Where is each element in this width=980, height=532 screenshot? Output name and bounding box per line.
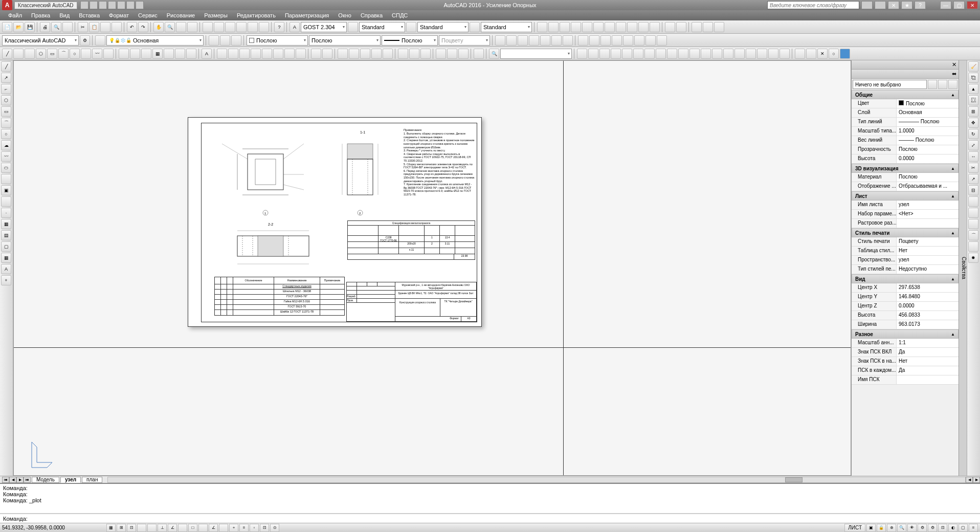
lineweight-combo[interactable]: Послою — [382, 35, 438, 46]
prop-section-misc[interactable]: Разное▲ — [852, 329, 959, 339]
workspace-settings-btn[interactable]: ⚙ — [80, 35, 90, 46]
modify-join-btn[interactable] — [968, 208, 978, 218]
subtract-btn[interactable] — [409, 49, 419, 59]
dim-baseline-btn[interactable] — [638, 22, 649, 32]
ucs-btn[interactable] — [474, 49, 484, 59]
sweep-btn[interactable] — [360, 49, 370, 59]
properties-title-tab[interactable]: Свойства — [959, 60, 967, 476]
tab-last-btn[interactable]: ⏭ — [24, 477, 31, 483]
modify-blend-btn[interactable] — [968, 241, 978, 252]
layer-prev-btn[interactable] — [220, 35, 230, 46]
draw-rect-v-btn[interactable]: ▭ — [1, 106, 11, 117]
point-v-btn[interactable]: · — [1, 208, 11, 218]
help-btn[interactable]: ? — [915, 1, 926, 9]
osnap-endpoint-btn[interactable] — [495, 35, 505, 46]
region-btn[interactable] — [175, 49, 185, 59]
mlstyle-combo[interactable]: Standard — [481, 22, 532, 32]
gradient-btn[interactable] — [164, 49, 174, 59]
mtext-v-btn[interactable]: A — [1, 264, 11, 274]
menu-insert[interactable]: Вставка — [75, 11, 104, 19]
3d-move-btn[interactable] — [436, 49, 446, 59]
open-btn[interactable]: 📂 — [13, 22, 24, 32]
textstyle-btn[interactable]: A — [289, 22, 300, 32]
markup-btn[interactable] — [248, 22, 258, 32]
scroll-left-btn[interactable]: ◀ — [966, 477, 973, 483]
new-btn[interactable]: 📄 — [2, 22, 12, 32]
publish-btn[interactable] — [62, 22, 73, 32]
properties-close-btn[interactable]: ✕ — [952, 61, 956, 68]
modify-mirror-btn[interactable]: ▲ — [968, 84, 978, 94]
status-snap-btn[interactable]: ⊡ — [127, 524, 136, 532]
draw-xline-v-btn[interactable]: ↗ — [1, 73, 11, 83]
status-autoscale-btn[interactable]: ⚙ — [918, 524, 927, 532]
cut-btn[interactable]: ✂ — [78, 22, 88, 32]
status-otrack-btn[interactable]: ∠ — [209, 524, 218, 532]
hatch-v-btn[interactable]: ▦ — [1, 219, 11, 229]
draw-arc-v-btn[interactable]: ⌒ — [1, 118, 11, 128]
layout-tab-plan[interactable]: план — [82, 477, 102, 483]
menu-format[interactable]: Формат — [105, 11, 133, 19]
solidedit-body-btn[interactable] — [723, 49, 733, 59]
draw-circle-v-btn[interactable]: ○ — [1, 129, 11, 139]
solidedit-delete-btn[interactable] — [667, 49, 677, 59]
solidedit-offset-btn[interactable] — [656, 49, 666, 59]
3d-align-btn[interactable] — [458, 49, 469, 59]
dim-diameter-btn[interactable] — [605, 22, 615, 32]
status-ducs-btn[interactable] — [219, 524, 228, 532]
redo-btn[interactable]: ↷ — [138, 22, 148, 32]
presspull-btn[interactable] — [349, 49, 359, 59]
status-osnap-btn[interactable]: □ — [188, 524, 197, 532]
menu-modify[interactable]: Редактировать — [233, 11, 280, 19]
qat-save-icon[interactable] — [99, 1, 107, 9]
draw-revcloud-v-btn[interactable]: ☁ — [1, 140, 11, 150]
region-v-btn[interactable]: ▢ — [1, 241, 11, 252]
draw-rectangle-btn[interactable]: ▭ — [47, 49, 57, 59]
tab-prev-btn[interactable]: ◀ — [9, 477, 16, 483]
modify-rotate-btn[interactable]: ↻ — [968, 129, 978, 139]
union-btn[interactable] — [398, 49, 408, 59]
box-btn[interactable] — [228, 49, 238, 59]
app-logo[interactable]: A — [2, 0, 12, 10]
dim-ordinate-btn[interactable] — [571, 22, 581, 32]
dim-arc-btn[interactable] — [560, 22, 570, 32]
osnap-nearest-btn[interactable] — [634, 35, 644, 46]
match-prop-btn[interactable] — [112, 22, 122, 32]
osnap-none-btn[interactable] — [645, 35, 656, 46]
minimize-btn[interactable]: — — [940, 1, 951, 9]
dim-aligned-btn[interactable] — [548, 22, 559, 32]
osnap-center-btn[interactable] — [551, 35, 562, 46]
modify-chamfer-btn[interactable] — [968, 219, 978, 229]
draw-revcloud-btn[interactable] — [81, 49, 91, 59]
tolerance-btn[interactable] — [692, 22, 702, 32]
status-lwt-btn[interactable]: ≡ — [239, 524, 249, 532]
favorite-btn[interactable]: ★ — [901, 1, 912, 9]
status-qp-btn[interactable]: ⊡ — [260, 524, 269, 532]
qat-new-icon[interactable] — [80, 1, 88, 9]
3d-rotate-btn[interactable] — [447, 49, 457, 59]
status-3dosnap-btn[interactable] — [198, 524, 208, 532]
section-generate-btn[interactable] — [840, 49, 850, 59]
modify-scale-btn[interactable]: ⤢ — [968, 140, 978, 150]
qat-open-icon[interactable] — [90, 1, 98, 9]
zoom-realtime-btn[interactable]: 🔍 — [165, 22, 175, 32]
wedge-btn[interactable] — [239, 49, 250, 59]
inspect-btn[interactable] — [714, 22, 724, 32]
live-section-btn[interactable]: ✕ — [817, 49, 828, 59]
osnap-settings-btn[interactable] — [657, 35, 667, 46]
linetype-combo[interactable]: Послою — [309, 35, 381, 46]
qat-plot-icon[interactable] — [117, 1, 125, 9]
osnap-midpoint-btn[interactable] — [506, 35, 517, 46]
layer-combo[interactable]: 💡🔒❄️🔓 Основная — [106, 35, 204, 46]
properties-btn[interactable] — [203, 22, 213, 32]
solidedit-taper-btn[interactable] — [689, 49, 700, 59]
solidedit-move-btn[interactable] — [644, 49, 655, 59]
status-coordinates[interactable]: 541.9332, -30.9958, 0.0000 — [2, 525, 94, 530]
qat-undo-icon[interactable] — [126, 1, 135, 9]
solid-chamfer-btn[interactable] — [588, 49, 598, 59]
save-btn[interactable]: 💾 — [25, 22, 35, 32]
tablestyle-combo[interactable]: Standard — [417, 22, 469, 32]
draw-line-btn[interactable]: ╱ — [2, 49, 12, 59]
draw-circle-btn[interactable]: ○ — [70, 49, 80, 59]
extrude-btn[interactable] — [338, 49, 348, 59]
scrollbar-thumb[interactable] — [785, 477, 803, 482]
